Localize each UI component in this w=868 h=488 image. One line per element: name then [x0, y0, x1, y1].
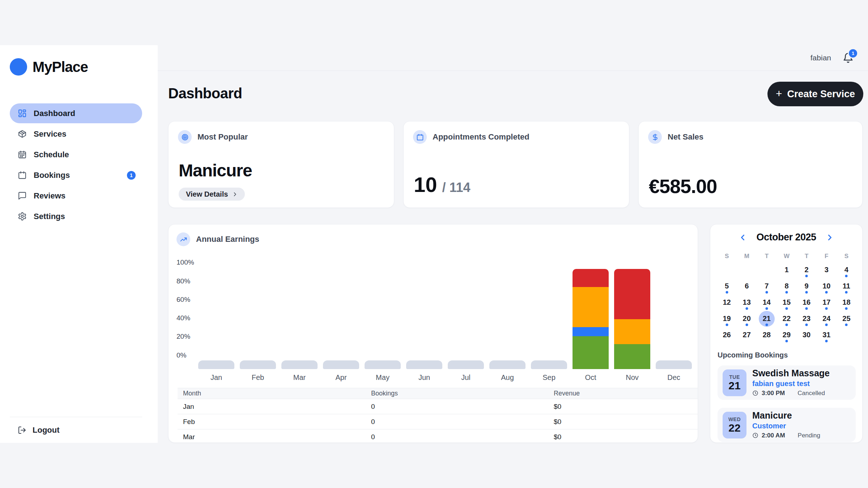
sidebar-item-label: Bookings: [34, 171, 70, 180]
booking-customer-link[interactable]: fabian guest test: [752, 380, 830, 388]
notification-count-badge: 1: [848, 48, 858, 59]
calendar-day-17[interactable]: 17: [817, 294, 837, 311]
calendar-day-8[interactable]: 8: [776, 278, 796, 294]
sidebar-item-schedule[interactable]: Schedule: [10, 145, 142, 164]
calendar-day-6[interactable]: 6: [737, 278, 757, 294]
calendar-day-3[interactable]: 3: [817, 262, 837, 278]
booking-dot: [845, 275, 848, 277]
calendar-day-29[interactable]: 29: [776, 327, 796, 343]
card-head: Appointments Completed: [413, 130, 529, 144]
chevron-left-icon: [739, 234, 747, 241]
calendar-day-1[interactable]: 1: [776, 262, 796, 278]
sidebar-item-reviews[interactable]: Reviews: [10, 186, 142, 206]
target-icon: [178, 130, 192, 144]
sidebar-item-services[interactable]: Services: [10, 124, 142, 144]
bar-segment: [573, 327, 609, 336]
calendar-day-20[interactable]: 20: [737, 311, 757, 327]
booking-dot: [805, 291, 808, 294]
create-service-label: Create Service: [787, 89, 855, 100]
create-service-button[interactable]: + Create Service: [767, 82, 863, 106]
calendar-day-27[interactable]: 27: [737, 327, 757, 343]
calendar-day-25[interactable]: 25: [837, 311, 856, 327]
y-axis-label: 60%: [176, 296, 190, 304]
booking-item[interactable]: WED 22 Manicure Customer 2:00 AM Pending: [718, 408, 856, 442]
calendar-day-21[interactable]: 21: [757, 311, 776, 327]
plus-icon: +: [776, 88, 782, 99]
booking-date-block: TUE 21: [723, 369, 746, 396]
net-sales-value: €585.00: [649, 175, 717, 197]
calendar-day-26[interactable]: 26: [717, 327, 737, 343]
weekday-label: M: [737, 253, 757, 260]
calendar-day-18[interactable]: 18: [837, 294, 856, 311]
calendar-title: October 2025: [756, 232, 816, 243]
sidebar-nav: Dashboard Services Schedule Bookings 1: [10, 103, 142, 226]
calendar-day-5[interactable]: 5: [717, 278, 737, 294]
calendar-day-7[interactable]: 7: [757, 278, 776, 294]
calendar-day-2[interactable]: 2: [797, 262, 817, 278]
calendar-header: October 2025: [710, 232, 862, 243]
table-header: Month: [178, 388, 366, 399]
brand-logo: MyPlace: [10, 58, 88, 76]
calendar-day-10[interactable]: 10: [817, 278, 837, 294]
weekday-label: S: [717, 253, 737, 260]
calendar-day-empty: [757, 262, 776, 278]
calendar-day-19[interactable]: 19: [717, 311, 737, 327]
sidebar-item-settings[interactable]: Settings: [10, 206, 142, 226]
booking-status: Cancelled: [797, 390, 825, 397]
x-axis-label: May: [362, 373, 403, 382]
bar-segment: [573, 269, 609, 287]
most-popular-card: Most Popular Manicure View Details: [168, 121, 394, 208]
bar-jul: [448, 360, 484, 369]
booking-dot: [825, 324, 828, 326]
appointments-label: Appointments Completed: [433, 132, 529, 142]
calendar-dots-icon: [18, 150, 27, 159]
calendar-next-button[interactable]: [826, 234, 834, 241]
calendar-day-4[interactable]: 4: [837, 262, 856, 278]
calendar-day-24[interactable]: 24: [817, 311, 837, 327]
booking-service: Manicure: [752, 411, 820, 421]
calendar-weekdays: SMTWTFS: [717, 253, 856, 260]
main-content: Dashboard + Create Service Most Popular …: [158, 71, 868, 443]
calendar-day-16[interactable]: 16: [797, 294, 817, 311]
card-head: Net Sales: [648, 130, 703, 144]
calendar-day-23[interactable]: 23: [797, 311, 817, 327]
calendar-day-31[interactable]: 31: [817, 327, 837, 343]
booking-dot: [726, 324, 728, 326]
calendar-day-22[interactable]: 22: [776, 311, 796, 327]
booking-date: 21: [728, 380, 740, 391]
sidebar-item-label: Services: [34, 129, 67, 139]
booking-dot: [785, 340, 788, 342]
bar-segment: [614, 344, 650, 369]
booking-dot: [825, 340, 828, 342]
logout-button[interactable]: Logout: [18, 425, 60, 435]
calendar-day-13[interactable]: 13: [737, 294, 757, 311]
view-details-button[interactable]: View Details: [179, 188, 245, 201]
calendar-day-empty: [717, 262, 737, 278]
bar-segment: [614, 319, 650, 344]
empty-bar: [656, 360, 692, 369]
table-cell: 0: [366, 414, 548, 429]
calendar-day-11[interactable]: 11: [837, 278, 856, 294]
calendar-day-30[interactable]: 30: [797, 327, 817, 343]
sidebar-item-dashboard[interactable]: Dashboard: [10, 103, 142, 123]
calendar-day-28[interactable]: 28: [757, 327, 776, 343]
sidebar-item-bookings[interactable]: Bookings 1: [10, 165, 142, 185]
booking-dot: [785, 291, 788, 294]
empty-bar: [531, 360, 567, 369]
calendar-day-14[interactable]: 14: [757, 294, 776, 311]
booking-time: 3:00 PM: [762, 390, 785, 397]
clock-icon: [752, 390, 758, 396]
calendar-day-9[interactable]: 9: [797, 278, 817, 294]
booking-time: 2:00 AM: [762, 432, 785, 439]
notifications-button[interactable]: 1: [843, 52, 854, 63]
username[interactable]: fabian: [810, 53, 831, 62]
booking-meta: 2:00 AM Pending: [752, 432, 820, 439]
booking-dot: [765, 291, 768, 294]
booking-customer-link[interactable]: Customer: [752, 422, 820, 430]
booking-item[interactable]: TUE 21 Swedish Massage fabian guest test…: [718, 365, 856, 400]
calendar-day-12[interactable]: 12: [717, 294, 737, 311]
calendar-day-15[interactable]: 15: [776, 294, 796, 311]
dashboard-grid-icon: [18, 109, 27, 118]
booking-date: 22: [728, 422, 740, 434]
calendar-prev-button[interactable]: [739, 234, 747, 241]
